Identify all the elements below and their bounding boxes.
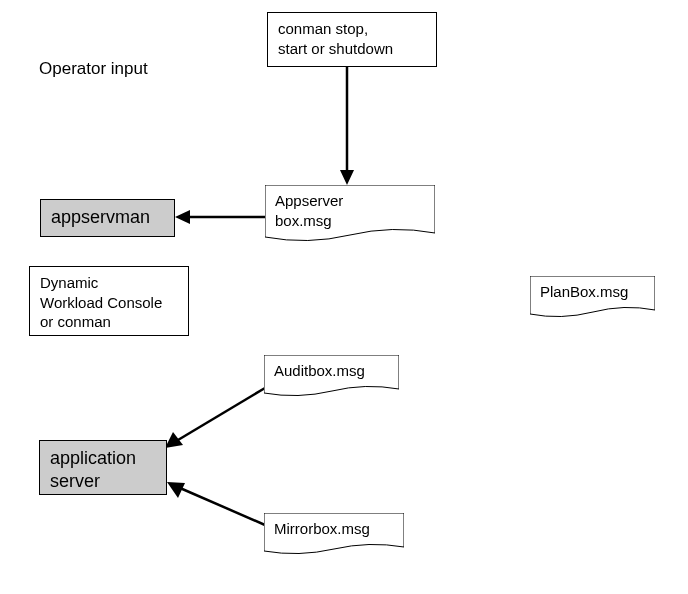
conman-box: conman stop, start or shutdown: [267, 12, 437, 67]
dynamic-console-box: Dynamic Workload Console or conman: [29, 266, 189, 336]
auditbox-msg-box: Auditbox.msg: [264, 355, 399, 400]
svg-line-4: [178, 388, 265, 440]
arrow-mirrorbox-to-appserver: [165, 480, 275, 535]
arrow-auditbox-to-appserver: [160, 380, 275, 460]
svg-marker-5: [165, 432, 183, 448]
application-server-text: application server: [50, 448, 136, 491]
svg-marker-3: [175, 210, 190, 224]
auditbox-msg-text: Auditbox.msg: [264, 355, 399, 387]
appserver-msg-text: Appserver box.msg: [265, 185, 435, 236]
conman-text: conman stop, start or shutdown: [278, 20, 393, 57]
dynamic-console-text: Dynamic Workload Console or conman: [40, 274, 162, 330]
mirrorbox-msg-text: Mirrorbox.msg: [264, 513, 404, 545]
planbox-msg-text: PlanBox.msg: [530, 276, 655, 308]
svg-marker-7: [167, 482, 185, 498]
operator-input-label: Operator input: [39, 59, 148, 79]
planbox-msg-box: PlanBox.msg: [530, 276, 655, 321]
application-server-box: application server: [39, 440, 167, 495]
appservman-text: appservman: [51, 207, 150, 227]
arrow-appserver-to-appservman: [175, 205, 270, 230]
mirrorbox-msg-box: Mirrorbox.msg: [264, 513, 404, 558]
appserver-msg-box: Appserver box.msg: [265, 185, 435, 245]
arrow-conman-to-appserver: [335, 67, 360, 187]
appservman-box: appservman: [40, 199, 175, 237]
label-text: Operator input: [39, 59, 148, 78]
svg-marker-1: [340, 170, 354, 185]
svg-line-6: [180, 488, 265, 525]
